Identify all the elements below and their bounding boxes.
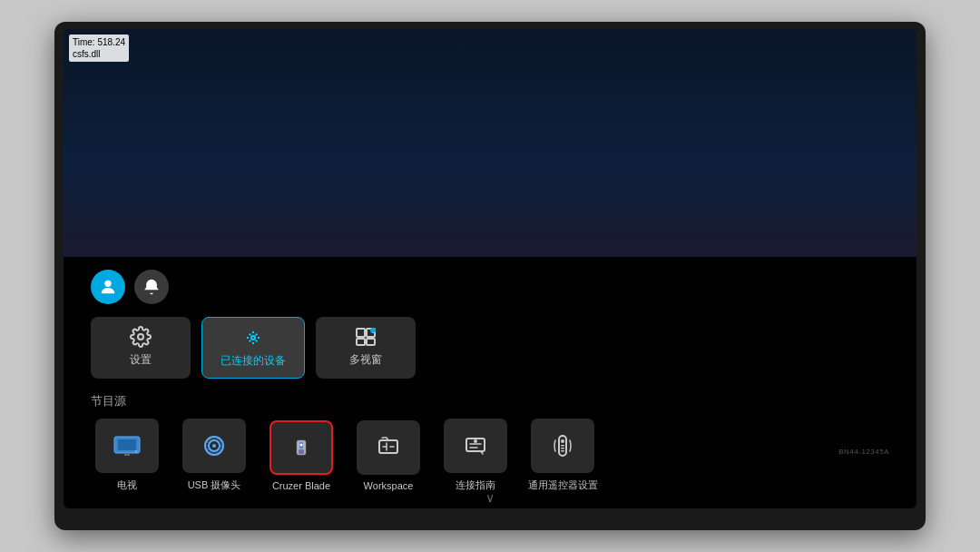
svg-rect-6 [367, 339, 375, 345]
remote-icon [548, 431, 577, 460]
tv-content-area: Time: 518.24 csfs.dll [64, 29, 916, 257]
svg-rect-20 [379, 440, 397, 453]
quick-menu-settings[interactable]: 设置 [91, 317, 191, 379]
svg-point-11 [135, 450, 138, 453]
tv-icon [113, 431, 142, 460]
source-usb-camera[interactable]: USB 摄像头 [178, 419, 250, 492]
source-universal-remote[interactable]: 通用遥控器设置 [526, 419, 599, 492]
quick-menu-multiview[interactable]: + 多视窗 [316, 317, 416, 379]
timestamp-overlay: Time: 518.24 csfs.dll [69, 34, 129, 62]
scroll-down-chevron[interactable]: ∨ [485, 490, 495, 505]
user-avatar[interactable] [91, 270, 125, 304]
connected-devices-icon [242, 327, 264, 349]
svg-rect-5 [357, 339, 365, 345]
quick-menu-row: 设置 已连接的设备 [91, 317, 889, 379]
source-workspace-icon-wrap [357, 420, 420, 475]
multiview-label: 多视窗 [349, 352, 382, 368]
tv-legs [354, 510, 626, 530]
connected-devices-label: 已连接的设备 [220, 353, 286, 369]
source-row: 电视 USB 摄像头 [91, 419, 889, 492]
svg-point-22 [474, 439, 477, 443]
source-tv[interactable]: 电视 [91, 419, 163, 492]
source-workspace-label: Workspace [364, 480, 414, 491]
smart-tv-panel: 设置 已连接的设备 [64, 257, 916, 508]
settings-label: 设置 [130, 352, 152, 368]
svg-point-2 [251, 336, 255, 340]
svg-point-19 [300, 443, 303, 446]
svg-rect-17 [299, 449, 304, 454]
svg-rect-27 [561, 450, 564, 452]
timestamp-dll: csfs.dll [73, 48, 125, 60]
source-usb-camera-label: USB 摄像头 [188, 478, 241, 492]
bell-icon [142, 278, 161, 296]
svg-rect-26 [561, 448, 564, 449]
model-number: BN44-12345A [838, 448, 889, 456]
camera-icon [200, 431, 229, 460]
user-icons-row [91, 270, 889, 304]
svg-point-1 [138, 334, 143, 340]
svg-point-0 [104, 281, 111, 287]
tv-body: Time: 518.24 csfs.dll [54, 22, 926, 530]
tv-leg-left [354, 510, 359, 530]
multiview-icon: + [355, 326, 377, 348]
tv-screen: Time: 518.24 csfs.dll [64, 29, 916, 508]
tv-leg-right [621, 510, 626, 530]
source-cruzer-blade-label: Cruzer Blade [272, 480, 330, 491]
gear-icon [130, 326, 152, 348]
source-cruzer-blade[interactable]: Cruzer Blade [265, 420, 338, 491]
quick-menu-connected-devices[interactable]: 已连接的设备 [201, 317, 305, 379]
svg-rect-3 [357, 329, 365, 337]
person-icon [98, 277, 118, 297]
source-cruzer-blade-icon-wrap [270, 420, 333, 475]
timestamp-time: Time: 518.24 [73, 36, 125, 48]
source-workspace[interactable]: Workspace [352, 420, 425, 491]
source-tv-icon-wrap [95, 419, 159, 473]
svg-point-24 [561, 439, 564, 443]
source-tv-label: 电视 [117, 478, 137, 492]
guide-icon [461, 431, 490, 460]
notification-button[interactable] [134, 270, 169, 304]
section-title: 节目源 [91, 393, 889, 409]
source-connect-guide[interactable]: 连接指南 [439, 419, 512, 492]
svg-rect-25 [561, 445, 564, 447]
usb-icon [287, 433, 316, 462]
source-universal-remote-label: 通用遥控器设置 [528, 478, 598, 492]
svg-rect-10 [118, 439, 136, 450]
source-connect-guide-icon-wrap [444, 419, 507, 473]
svg-point-14 [212, 444, 216, 448]
source-universal-remote-icon-wrap [531, 419, 594, 473]
workspace-icon [374, 433, 403, 462]
source-usb-camera-icon-wrap [182, 419, 246, 473]
